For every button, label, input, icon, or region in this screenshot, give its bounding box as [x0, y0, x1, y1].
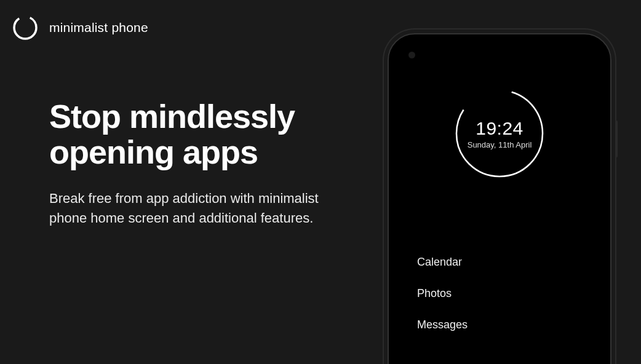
app-item-calendar[interactable]: Calendar [417, 256, 468, 269]
camera-dot-icon [408, 52, 415, 58]
brand-name: minimalist phone [49, 20, 148, 35]
app-list: Calendar Photos Messages [417, 256, 468, 331]
subtext: Break free from app addiction with minim… [49, 189, 344, 228]
phone-mockup: 19:24 Sunday, 11th April Calendar Photos… [388, 33, 611, 364]
app-item-messages[interactable]: Messages [417, 318, 468, 331]
hero-content: Stop mindlessly opening apps Break free … [49, 98, 344, 228]
app-item-photos[interactable]: Photos [417, 287, 468, 300]
clock-widget: 19:24 Sunday, 11th April [453, 87, 546, 180]
logo-ring-icon [12, 15, 38, 41]
svg-point-0 [14, 17, 36, 39]
side-button-icon [615, 121, 618, 157]
headline: Stop mindlessly opening apps [49, 98, 344, 170]
svg-point-1 [456, 90, 543, 176]
clock-ring-icon [453, 87, 546, 180]
